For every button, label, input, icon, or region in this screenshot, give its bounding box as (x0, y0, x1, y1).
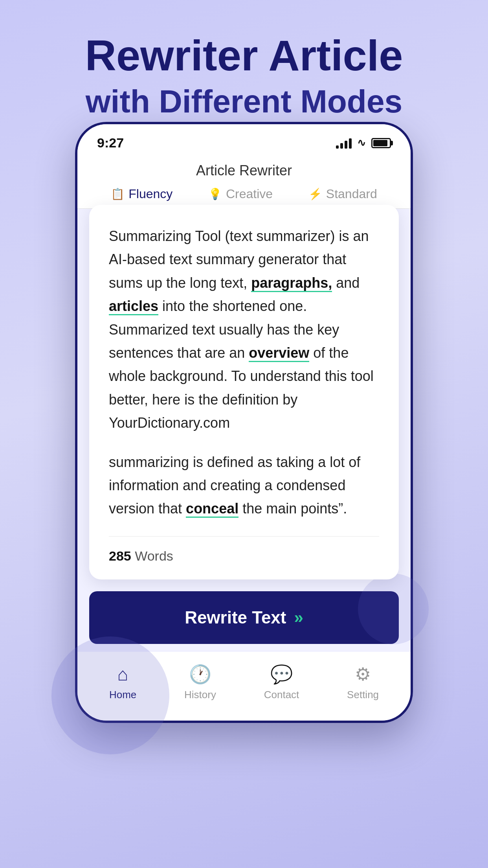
battery-icon (371, 138, 391, 148)
arrows-icon: » (294, 608, 303, 627)
highlight-conceal: conceal (186, 500, 238, 518)
nav-setting[interactable]: ⚙ Setting (347, 664, 379, 701)
highlight-paragraphs: paragraphs, (251, 275, 332, 292)
divider (109, 536, 379, 537)
wifi-icon: ∿ (357, 137, 366, 149)
page-subtitle: with Different Modes (0, 83, 488, 120)
highlight-overview: overview (249, 345, 309, 362)
nav-contact[interactable]: 💬 Contact (264, 664, 299, 701)
phone-frame: 9:27 ∿ Article Rewriter 📋 (75, 122, 413, 723)
signal-icon (336, 138, 352, 149)
standard-icon: ⚡ (308, 188, 322, 200)
bg-decoration-1 (51, 636, 169, 754)
history-icon: 🕐 (189, 664, 211, 685)
status-time: 9:27 (97, 135, 124, 151)
creative-icon: 💡 (208, 188, 222, 200)
word-count: 285 Words (109, 548, 379, 564)
setting-icon: ⚙ (355, 664, 371, 685)
tabs-container: 📋 Fluency 💡 Creative ⚡ Standard (77, 179, 411, 209)
bg-decoration-2 (358, 574, 429, 644)
status-icons: ∿ (336, 137, 391, 149)
app-header: Article Rewriter (77, 154, 411, 179)
rewrite-button[interactable]: Rewrite Text » (89, 591, 399, 644)
highlight-articles: articles (109, 298, 158, 315)
paragraph-1: Summarizing Tool (text summarizer) is an… (109, 224, 379, 435)
content-area: Summarizing Tool (text summarizer) is an… (89, 205, 399, 579)
paragraph-2: summarizing is defined as taking a lot o… (109, 451, 379, 520)
article-text: Summarizing Tool (text summarizer) is an… (109, 224, 379, 520)
phone-mockup: 9:27 ∿ Article Rewriter 📋 (75, 122, 413, 723)
nav-history[interactable]: 🕐 History (184, 664, 216, 701)
contact-icon: 💬 (270, 664, 293, 685)
status-bar: 9:27 ∿ (77, 124, 411, 154)
fluency-icon: 📋 (111, 188, 125, 200)
page-title: Rewriter Article (0, 31, 488, 79)
